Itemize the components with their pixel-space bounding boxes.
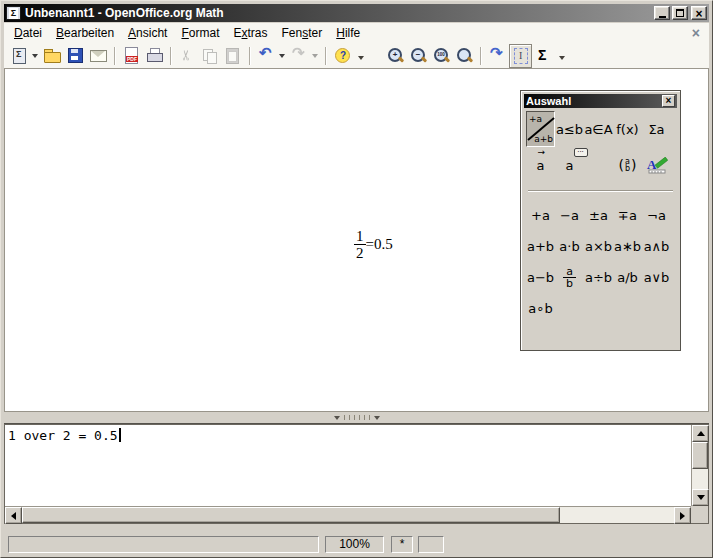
menu-fenster[interactable]: Fenster <box>275 24 330 42</box>
zoom-in-button[interactable] <box>384 44 407 68</box>
symbol-a·b[interactable]: a·b <box>555 239 584 254</box>
symbol-a×b[interactable]: a×b <box>584 239 613 254</box>
status-panel-small <box>418 536 444 553</box>
redraw-button[interactable] <box>486 44 509 68</box>
copy-button[interactable] <box>199 44 222 68</box>
symbol-a∧b[interactable]: a∧b <box>642 239 671 254</box>
symbol-+a[interactable]: +a <box>526 208 555 223</box>
redraw-icon <box>489 47 506 64</box>
maximize-icon <box>676 9 684 17</box>
zoom-out-button[interactable] <box>407 44 430 68</box>
horizontal-scrollbar-thumb[interactable] <box>22 507 560 523</box>
status-zoom[interactable]: 100% <box>325 536 384 553</box>
status-modified: * <box>391 536 413 553</box>
menu-extras[interactable]: Extras <box>227 24 275 42</box>
export-pdf-button[interactable] <box>120 44 143 68</box>
symbol-a∘b[interactable]: a∘b <box>526 301 555 316</box>
selection-palette[interactable]: Auswahl +a a+b a≤b a∈A f(x) Σa a→ <box>520 90 681 351</box>
send-email-icon <box>90 47 107 64</box>
open-button[interactable] <box>41 44 64 68</box>
palette-title: Auswahl <box>526 95 571 107</box>
formula-rhs: =0.5 <box>366 236 393 253</box>
menu-datei[interactable]: Datei <box>7 24 49 42</box>
dropdown-caret-icon[interactable] <box>32 54 38 61</box>
cut-button[interactable] <box>176 44 199 68</box>
scroll-right-button[interactable] <box>674 507 691 524</box>
scroll-up-button[interactable] <box>692 425 709 442</box>
catalog-button[interactable] <box>532 44 555 68</box>
command-vertical-scrollbar[interactable] <box>691 425 708 506</box>
titlebar[interactable]: Σ Unbenannt1 - OpenOffice.org Math <box>4 4 709 22</box>
redo-button[interactable] <box>288 44 321 68</box>
symbol-−a[interactable]: −a <box>555 208 584 223</box>
zoom-100-button[interactable] <box>430 44 453 68</box>
symbol-fraction-a-over-b[interactable]: ab <box>555 266 584 289</box>
formats-icon: A <box>646 157 668 174</box>
symbol-∓a[interactable]: ∓a <box>613 208 642 223</box>
dropdown-caret-icon[interactable] <box>312 54 318 61</box>
send-email-button[interactable] <box>87 44 110 68</box>
dropdown-caret-icon[interactable] <box>279 54 285 61</box>
symbol-a/b[interactable]: a/b <box>613 270 642 285</box>
palette-symbol-grid: +a−a±a∓a¬aa+ba·ba×ba∗ba∧ba−baba÷ba/ba∨ba… <box>524 192 677 324</box>
unary-binary-icon: +a a+b <box>528 114 553 144</box>
close-document-icon[interactable] <box>692 25 700 41</box>
help-button[interactable] <box>331 44 354 68</box>
symbol-a÷b[interactable]: a÷b <box>584 270 613 285</box>
paste-button[interactable] <box>222 44 245 68</box>
category-formats[interactable]: A <box>642 147 671 183</box>
scroll-left-button[interactable] <box>5 507 22 524</box>
palette-close-button[interactable] <box>662 95 675 107</box>
new-button[interactable] <box>8 44 41 68</box>
undo-icon <box>258 47 275 64</box>
window-splitter[interactable] <box>4 412 709 424</box>
close-button[interactable] <box>691 6 707 20</box>
vertical-scrollbar-track[interactable] <box>692 469 708 489</box>
vertical-scrollbar-thumb[interactable] <box>692 442 708 469</box>
print-icon <box>146 47 163 64</box>
formula-cursor-button[interactable] <box>509 44 532 68</box>
vector-a-icon: a→ <box>537 158 545 173</box>
toolbar-separator <box>114 47 116 65</box>
splitter-arrow-icon <box>334 416 340 423</box>
symbol-a∗b[interactable]: a∗b <box>613 239 642 254</box>
toolbar-separator <box>480 47 482 65</box>
menu-hilfe[interactable]: Hilfe <box>329 24 367 42</box>
menu-format[interactable]: Format <box>174 24 226 42</box>
category-set-operations[interactable]: a∈A <box>584 111 613 147</box>
command-horizontal-scrollbar[interactable] <box>5 506 691 523</box>
category-relations[interactable]: a≤b <box>555 111 584 147</box>
maximize-button[interactable] <box>672 6 688 20</box>
close-icon <box>695 6 702 21</box>
scroll-down-button[interactable] <box>692 489 709 506</box>
category-brackets[interactable]: ( ab ) <box>613 147 642 183</box>
catalog-icon <box>535 47 552 64</box>
category-operators[interactable]: Σa <box>642 111 671 147</box>
window-title: Unbenannt1 - OpenOffice.org Math <box>25 6 224 20</box>
toolbar-overflow-button[interactable] <box>356 45 368 67</box>
menu-ansicht[interactable]: Ansicht <box>121 24 174 42</box>
print-button[interactable] <box>143 44 166 68</box>
symbol-a+b[interactable]: a+b <box>526 239 555 254</box>
zoom-page-button[interactable] <box>453 44 476 68</box>
symbol-¬a[interactable]: ¬a <box>642 208 671 223</box>
category-others[interactable]: a··· <box>555 147 584 183</box>
app-window: Σ Unbenannt1 - OpenOffice.org Math Datei… <box>0 0 713 558</box>
category-unary-binary-operators[interactable]: +a a+b <box>526 111 555 147</box>
save-button[interactable] <box>64 44 87 68</box>
symbol-a∨b[interactable]: a∨b <box>642 270 671 285</box>
category-attributes[interactable]: a→ <box>526 147 555 183</box>
toolbar-overflow-button[interactable] <box>557 45 569 67</box>
category-functions[interactable]: f(x) <box>613 111 642 147</box>
symbol-±a[interactable]: ±a <box>584 208 613 223</box>
menu-bearbeiten[interactable]: Bearbeiten <box>49 24 121 42</box>
undo-button[interactable] <box>255 44 288 68</box>
fraction-denominator: 2 <box>356 245 364 261</box>
horizontal-scrollbar-track[interactable] <box>560 507 674 523</box>
category-spacer <box>584 147 613 183</box>
symbol-a−b[interactable]: a−b <box>526 270 555 285</box>
command-editor[interactable]: 1 over 2 = 0.5 <box>5 425 691 506</box>
minimize-button[interactable] <box>654 6 670 20</box>
statusbar: 100% * <box>4 532 709 556</box>
palette-titlebar[interactable]: Auswahl <box>524 94 677 108</box>
